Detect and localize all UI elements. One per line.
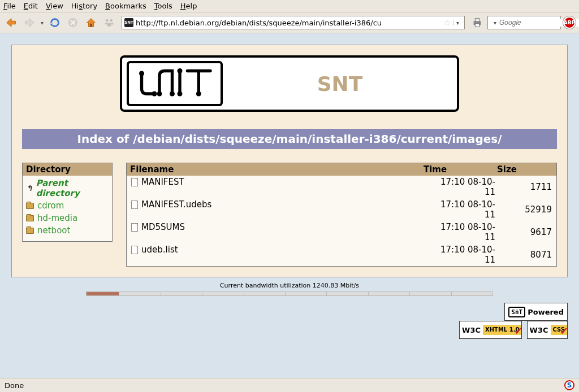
- reload-icon: [49, 16, 61, 29]
- file-row[interactable]: udeb.list17:10 08-10-118071: [127, 243, 556, 266]
- forward-arrow-icon: [23, 16, 36, 29]
- svg-point-3: [110, 19, 113, 22]
- menu-bar: File Edit View History Bookmarks Tools H…: [0, 0, 579, 12]
- page-content: SNT Index of /debian/dists/squeeze/main/…: [0, 33, 579, 350]
- folder-icon: [26, 203, 34, 209]
- stop-icon: [67, 16, 79, 29]
- content-box: SNT Index of /debian/dists/squeeze/main/…: [11, 45, 568, 277]
- col-time[interactable]: Time: [423, 164, 496, 175]
- snt-logo: [127, 61, 223, 106]
- search-engine-dropdown[interactable]: ▾: [492, 20, 498, 26]
- svg-rect-8: [475, 19, 479, 22]
- directory-link[interactable]: cdrom: [26, 199, 109, 212]
- stop-button[interactable]: [65, 15, 81, 31]
- powered-badge[interactable]: SṅT Powered: [504, 303, 568, 321]
- toolbar: ▾ SNT ☆ ▾ ▾ ABP: [0, 12, 579, 33]
- file-row[interactable]: MANIFEST.udebs17:10 08-10-1152919: [127, 198, 556, 221]
- directory-header: Directory: [23, 163, 112, 176]
- file-header-row: Filename Time Size: [127, 163, 556, 176]
- index-title: Index of /debian/dists/squeeze/main/inst…: [22, 129, 557, 149]
- svg-rect-9: [475, 24, 479, 27]
- print-button[interactable]: [469, 15, 485, 31]
- url-bar[interactable]: SNT ☆ ▾: [122, 16, 465, 29]
- url-dropdown[interactable]: ▾: [453, 20, 462, 26]
- bandwidth-label: Current bandwidth utilization 1240.83 Mb…: [11, 282, 568, 289]
- up-arrow-icon: ↰: [26, 184, 33, 193]
- site-favicon: SNT: [124, 18, 133, 27]
- svg-point-2: [106, 19, 109, 22]
- svg-point-6: [107, 23, 111, 26]
- w3c-css-badge[interactable]: W3C CSS✔: [527, 321, 568, 339]
- back-arrow-icon: [5, 16, 18, 29]
- file-icon: [131, 178, 138, 186]
- adblock-button[interactable]: ABP: [563, 16, 576, 29]
- file-icon: [131, 201, 138, 209]
- menu-view[interactable]: View: [46, 2, 63, 10]
- svg-point-4: [105, 23, 107, 25]
- directory-link[interactable]: hd-media: [26, 212, 109, 224]
- bookmark-star-icon[interactable]: ☆: [443, 18, 451, 27]
- folder-icon: [26, 228, 34, 234]
- menu-tools[interactable]: Tools: [154, 2, 172, 10]
- svg-point-15: [178, 92, 183, 97]
- svg-point-16: [178, 68, 183, 73]
- reload-button[interactable]: [47, 15, 63, 31]
- back-button[interactable]: [3, 15, 19, 31]
- bandwidth-bar: [86, 291, 493, 296]
- home-icon: [85, 16, 97, 29]
- file-row[interactable]: MD5SUMS17:10 08-10-119617: [127, 221, 556, 243]
- svg-point-5: [111, 23, 114, 25]
- search-bar[interactable]: ▾: [487, 16, 561, 29]
- directory-link[interactable]: netboot: [26, 224, 109, 237]
- url-input[interactable]: [136, 19, 441, 27]
- home-button[interactable]: [83, 15, 99, 31]
- col-filename[interactable]: Filename: [130, 164, 423, 175]
- svg-point-11: [139, 71, 144, 76]
- col-size[interactable]: Size: [496, 164, 553, 175]
- directory-link[interactable]: ↰Parent directory: [26, 177, 109, 199]
- status-text: Done: [5, 381, 24, 390]
- forward-button[interactable]: [21, 15, 37, 31]
- svg-rect-1: [90, 24, 92, 27]
- printer-icon: [471, 16, 483, 29]
- svg-point-12: [152, 92, 157, 97]
- paw-icon: [103, 16, 115, 29]
- file-icon: [131, 246, 138, 254]
- svg-point-17: [196, 92, 201, 97]
- menu-bookmarks[interactable]: Bookmarks: [105, 2, 146, 10]
- site-header: SNT: [120, 55, 459, 112]
- menu-history[interactable]: History: [71, 2, 97, 10]
- w3c-xhtml-badge[interactable]: W3C XHTML 1.0✔: [459, 321, 522, 339]
- google-icon: [490, 19, 491, 27]
- file-panel: Filename Time Size MANIFEST17:10 08-10-1…: [126, 163, 557, 267]
- file-row[interactable]: MANIFEST17:10 08-10-111711: [127, 176, 556, 198]
- directory-panel: Directory ↰Parent directorycdromhd-media…: [22, 163, 113, 242]
- folder-icon: [26, 215, 34, 221]
- status-bar: Done S: [0, 378, 579, 392]
- svg-point-14: [170, 92, 175, 97]
- paw-button[interactable]: [101, 15, 117, 31]
- file-icon: [131, 223, 138, 232]
- menu-file[interactable]: File: [3, 2, 16, 10]
- snt-mini-logo: SṅT: [508, 307, 525, 317]
- menu-edit[interactable]: Edit: [24, 2, 38, 10]
- menu-help[interactable]: Help: [180, 2, 197, 10]
- history-dropdown[interactable]: ▾: [40, 20, 45, 26]
- site-title: SNT: [223, 72, 457, 95]
- svg-point-13: [157, 92, 162, 97]
- badges: SṅT Powered W3C XHTML 1.0✔ W3C CSS✔: [11, 303, 568, 339]
- noscript-icon[interactable]: S: [564, 380, 574, 390]
